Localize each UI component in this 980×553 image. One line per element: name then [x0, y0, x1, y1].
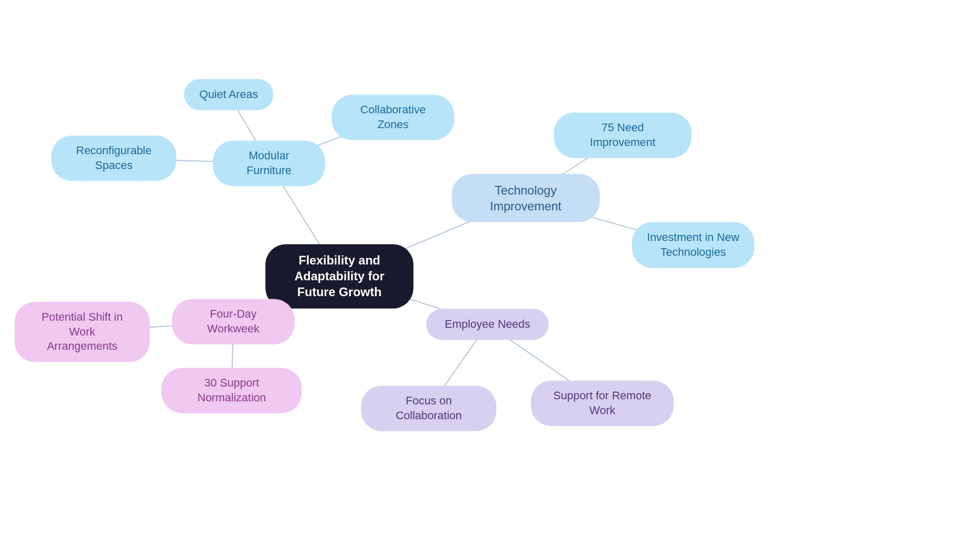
center-label: Flexibility and Adaptability for Future …: [280, 252, 399, 300]
reconfigurable-spaces-label: Reconfigurable Spaces: [66, 143, 162, 173]
need-improvement-label: 75 Need Improvement: [568, 121, 677, 150]
support-remote-work-label: Support for Remote Work: [545, 389, 659, 418]
reconfigurable-spaces-node: Reconfigurable Spaces: [52, 135, 177, 181]
center-node: Flexibility and Adaptability for Future …: [265, 244, 413, 308]
focus-collaboration-node: Focus on Collaboration: [361, 386, 497, 431]
quiet-areas-node: Quiet Areas: [184, 79, 274, 110]
need-improvement-node: 75 Need Improvement: [554, 112, 692, 158]
support-remote-work-node: Support for Remote Work: [531, 380, 674, 426]
modular-furniture-label: Modular Furniture: [227, 149, 311, 178]
employee-needs-node: Employee Needs: [426, 309, 549, 340]
support-normalization-label: 30 Support Normalization: [176, 376, 288, 405]
potential-shift-label: Potential Shift in Work Arrangements: [29, 310, 136, 354]
employee-needs-label: Employee Needs: [445, 317, 530, 332]
quiet-areas-label: Quiet Areas: [200, 87, 258, 102]
investment-new-tech-label: Investment in New Technologies: [647, 230, 740, 259]
four-day-workweek-label: Four-Day Workweek: [186, 307, 280, 336]
potential-shift-node: Potential Shift in Work Arrangements: [15, 302, 150, 362]
support-normalization-node: 30 Support Normalization: [162, 368, 302, 413]
technology-improvement-node: Technology Improvement: [452, 174, 600, 222]
technology-improvement-label: Technology Improvement: [466, 182, 585, 214]
four-day-workweek-node: Four-Day Workweek: [172, 299, 295, 344]
focus-collaboration-label: Focus on Collaboration: [376, 394, 482, 423]
collaborative-zones-label: Collaborative Zones: [346, 103, 440, 132]
modular-furniture-node: Modular Furniture: [213, 140, 325, 186]
collaborative-zones-node: Collaborative Zones: [332, 94, 454, 140]
investment-new-tech-node: Investment in New Technologies: [632, 222, 754, 268]
